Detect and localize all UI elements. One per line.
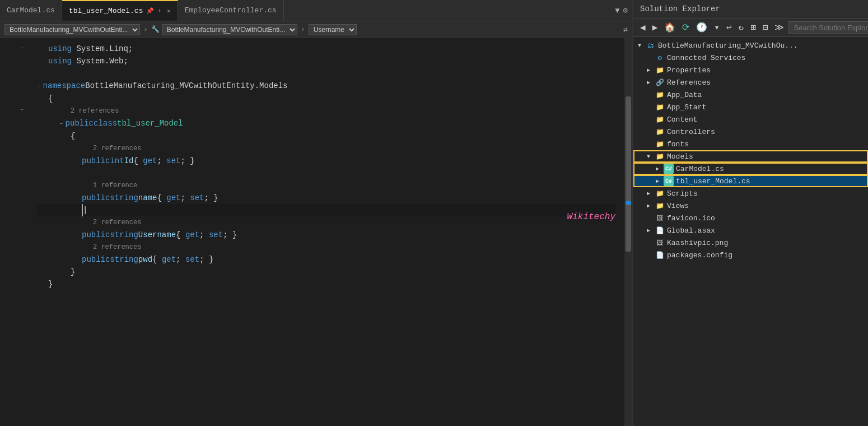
se-sync-btn[interactable]: ⟳ [680,21,692,34]
breadcrumb-middle-dropdown[interactable]: BottleManufacturing_MVCwithOutEnti... [162,24,297,35]
tab-carmodel[interactable]: CarModel.cs [0,0,62,21]
code-line-id-prop: public int Id { get; set; } [37,155,615,167]
code-line-ref3: 1 reference [37,179,615,192]
se-project-icon: 🗂 [646,40,656,50]
se-favicon-label: favicon.ico [667,214,715,223]
se-appdata-chevron [645,92,652,98]
wikitechy-label: Wikitechy [567,212,615,222]
tab-bar: CarModel.cs tbl_user_Model.cs 📌 + ✕ Empl… [0,0,632,21]
se-content-label: Content [667,115,698,124]
code-line-name-prop: public string name { get; set; } [37,192,615,204]
scrollbar-thumb[interactable] [626,96,631,252]
se-references-label: References [667,78,711,87]
se-kaashiv-chevron [645,240,652,246]
scrollbar-marker [626,201,631,205]
se-app-data[interactable]: 📁 App_Data [633,89,868,101]
collapse-ns-icon[interactable]: − [37,80,41,92]
se-favicon-icon: 🖼 [655,213,665,223]
se-carmodel-cs[interactable]: ▶ C# CarModel.cs [633,163,868,175]
se-models-icon: 📁 [655,151,665,161]
se-favicon[interactable]: 🖼 favicon.ico [633,212,868,224]
se-title: Solution Explorer [640,4,720,13]
se-expand1-btn[interactable]: ⊞ [748,21,758,34]
collapse-class[interactable]: − [20,104,24,117]
se-fonts-chevron [645,141,652,147]
code-line-cursor[interactable]: | [37,204,615,216]
breadcrumb-tool-icon: 🔧 [151,25,160,34]
se-models[interactable]: ▼ 📁 Models [633,150,868,163]
breadcrumb-nav-icon[interactable]: ⇄ [623,25,628,34]
se-fonts[interactable]: 📁 fonts [633,138,868,150]
tab-settings-icon[interactable]: ⚙ [623,6,628,15]
se-controllers-label: Controllers [667,128,715,136]
se-global-asax[interactable]: ▶ 📄 Global.asax [633,224,868,237]
se-references[interactable]: ▶ 🔗 References [633,76,868,89]
breadcrumb-left: BottleManufacturing_MVCwithOutEnti... [4,24,140,35]
se-cs-label: Connected Services [667,54,745,62]
code-line-ref1: 2 references [37,105,615,117]
se-header: Solution Explorer [633,0,868,18]
se-dropdown-btn[interactable]: ▾ [712,21,722,34]
tab-close-icon[interactable]: ✕ [167,7,171,15]
se-global-icon: 📄 [655,225,665,235]
tab-tbl-user-model[interactable]: tbl_user_Model.cs 📌 + ✕ [62,0,178,21]
se-controllers[interactable]: 📁 Controllers [633,126,868,138]
code-line-2: using System.Web; [37,55,615,67]
se-undo-btn[interactable]: ↩ [724,21,734,34]
se-packages-icon: 📄 [655,250,665,260]
se-back-btn[interactable]: ◀ [638,21,648,34]
collapse-class-icon[interactable]: − [59,118,63,130]
code-line-pwd-prop: public string pwd { get; set; } [37,253,615,266]
se-refresh-btn[interactable]: ↻ [736,21,746,34]
se-scripts[interactable]: ▶ 📁 Scripts [633,187,868,200]
breadcrumb-right-dropdown[interactable]: Username [309,24,357,35]
se-tbl-user-cs[interactable]: ▶ C# tbl_user_Model.cs [633,175,868,187]
se-home-btn[interactable]: 🏠 [662,21,678,34]
collapse-namespace[interactable]: − [20,43,24,55]
se-app-start[interactable]: 📁 App_Start [633,101,868,113]
code-line-1: using System.Linq; [37,43,615,55]
se-tree: ▼ 🗂 BottleManufacturing_MVCwithOu... ⚙ C… [633,37,868,426]
se-expand2-btn[interactable]: ⊟ [760,21,771,34]
code-content[interactable]: using System.Linq; using System.Web; −na… [28,38,624,426]
se-kaashiv-label: Kaashivpic.png [667,239,728,247]
se-packages-config[interactable]: 📄 packages.config [633,249,868,261]
se-packages-label: packages.config [667,251,732,260]
se-toolbar: ◀ ▶ 🏠 ⟳ 🕐 ▾ ↩ ↻ ⊞ ⊟ ≫ [633,18,868,37]
se-carmodel-label: CarModel.cs [676,165,724,173]
code-line-brace4: } [37,278,615,290]
breadcrumb-left-dropdown[interactable]: BottleManufacturing_MVCwithOutEnti... [4,24,140,35]
se-connected-services[interactable]: ⚙ Connected Services [633,52,868,64]
se-properties[interactable]: ▶ 📁 Properties [633,64,868,76]
code-line-brace1: { [37,92,615,105]
se-search-input[interactable] [788,21,868,34]
tab-employee-label: EmployeeController.cs [185,6,277,15]
se-forward-btn[interactable]: ▶ [650,21,660,34]
code-line-3 [37,67,615,80]
se-ref-chevron: ▶ [645,79,652,86]
se-appstart-icon: 📁 [655,102,665,112]
se-kaashivpic[interactable]: 🖼 Kaashivpic.png [633,237,868,249]
se-views[interactable]: ▶ 📁 Views [633,200,868,212]
se-scripts-label: Scripts [667,189,698,198]
code-line-ref5: 2 references [37,241,615,253]
code-line-class: −public class tbl_user_Model [37,117,615,130]
tab-employee-controller[interactable]: EmployeeController.cs [178,0,284,21]
code-line-namespace: −namespace BottleManufacturing_MVCwithOu… [37,80,615,92]
se-clock-btn[interactable]: 🕐 [694,21,710,34]
solution-explorer: Solution Explorer ◀ ▶ 🏠 ⟳ 🕐 ▾ ↩ ↻ ⊞ ⊟ ≫ … [633,0,868,426]
se-packages-chevron [645,252,652,258]
se-content[interactable]: 📁 Content [633,113,868,126]
se-carmodel-chevron: ▶ [654,165,661,172]
se-favicon-chevron [645,215,652,221]
se-appstart-label: App_Start [667,103,706,112]
se-appstart-chevron [645,104,652,110]
breadcrumb-middle: BottleManufacturing_MVCwithOutEnti... [162,24,297,35]
se-more-btn[interactable]: ≫ [772,21,786,34]
se-scripts-icon: 📁 [655,188,665,198]
vertical-scrollbar[interactable] [624,38,632,426]
code-line-username-prop: public string Username { get; set; } [37,229,615,241]
tab-overflow-icon[interactable]: ▼ [615,6,619,15]
se-project-root[interactable]: ▼ 🗂 BottleManufacturing_MVCwithOu... [633,39,868,52]
se-models-chevron: ▼ [645,154,652,160]
